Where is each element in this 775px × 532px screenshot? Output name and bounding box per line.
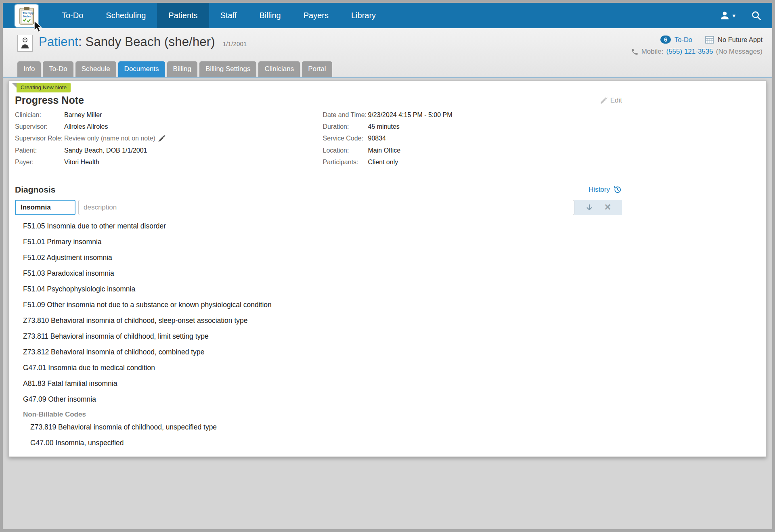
- history-clock-icon: [613, 185, 622, 194]
- patient-tabs: Info To-Do Schedule Documents Billing Bi…: [17, 61, 762, 77]
- field-payer: Payer: Vitori Health: [15, 158, 323, 166]
- badge-label: Creating New Note: [17, 83, 71, 92]
- signature-not-on-note-icon: [158, 135, 165, 142]
- tab-todo[interactable]: To-Do: [43, 61, 73, 77]
- field-supervisor-role: Supervisor Role: Review only (name not o…: [15, 134, 323, 142]
- diagnosis-result[interactable]: G47.09 Other insomnia: [9, 392, 766, 407]
- nav-item-payers[interactable]: Payers: [292, 3, 340, 28]
- nav-item-patients[interactable]: Patients: [157, 3, 209, 28]
- field-duration: Duration: 45 minutes: [323, 123, 622, 130]
- diagnosis-result[interactable]: F51.05 Insomnia due to other mental diso…: [9, 218, 766, 234]
- tab-schedule[interactable]: Schedule: [75, 61, 116, 77]
- edit-pencil-icon: [600, 96, 608, 105]
- nav-item-scheduling[interactable]: Scheduling: [94, 3, 157, 28]
- patient-name: : Sandy Beach (she/her): [78, 35, 215, 49]
- top-nav: Therapy Notes To-Do Scheduling Patients …: [3, 3, 772, 28]
- remove-diagnosis-icon[interactable]: ×: [605, 202, 611, 213]
- diagnosis-result[interactable]: G47.01 Insomnia due to medical condition: [9, 360, 766, 376]
- diagnosis-section-title: Diagnosis: [15, 185, 55, 195]
- diagnosis-result-non-billable[interactable]: Z73.819 Behavioral insomnia of childhood…: [9, 419, 766, 435]
- diagnosis-result-non-billable[interactable]: G47.00 Insomnia, unspecified: [9, 435, 766, 451]
- patient-title-label: Patient: [39, 35, 78, 49]
- field-participants: Participants: Client only: [323, 158, 622, 166]
- app-window: Therapy Notes To-Do Scheduling Patients …: [3, 3, 772, 529]
- tab-portal[interactable]: Portal: [302, 61, 332, 77]
- mobile-number-link[interactable]: (555) 121-3535: [666, 48, 713, 56]
- nav-right: ▾: [719, 3, 762, 28]
- diagnosis-result[interactable]: Z73.810 Behavioral insomnia of childhood…: [9, 313, 766, 329]
- supervisor-role-value: Review only (name not on note): [64, 134, 155, 142]
- field-patient: Patient: Sandy Beach, DOB 1/1/2001: [15, 147, 323, 154]
- user-icon: [719, 10, 730, 21]
- nav-item-staff[interactable]: Staff: [209, 3, 248, 28]
- main-nav: To-Do Scheduling Patients Staff Billing …: [50, 3, 387, 28]
- diagnosis-row-actions: ×: [574, 200, 622, 215]
- mobile-label: Mobile:: [641, 48, 664, 56]
- no-future-appt-label: No Future Appt: [718, 36, 762, 44]
- field-date-time: Date and Time: 9/23/2024 4:15 PM - 5:00 …: [323, 111, 622, 119]
- tab-documents[interactable]: Documents: [118, 61, 165, 77]
- edit-label: Edit: [610, 96, 622, 105]
- logo-text-2: Notes: [23, 15, 31, 18]
- field-service-code: Service Code: 90834: [323, 134, 622, 142]
- field-clinician: Clinician: Barney Miller: [15, 111, 323, 119]
- note-summary-fields: Clinician: Barney Miller Supervisor: All…: [9, 106, 622, 166]
- patient-header-summary: 6 To-Do No Future Appt: [631, 35, 762, 56]
- diagnosis-result[interactable]: F51.02 Adjustment insomnia: [9, 250, 766, 266]
- diagnosis-code-input[interactable]: [15, 200, 75, 215]
- tab-billing-settings[interactable]: Billing Settings: [199, 61, 257, 77]
- calendar-icon: [705, 36, 714, 44]
- move-down-icon[interactable]: [585, 203, 593, 212]
- diagnosis-result[interactable]: F51.01 Primary insomnia: [9, 234, 766, 250]
- page-title: Patient: Sandy Beach (she/her) 1/1/2001: [39, 35, 247, 49]
- tab-billing[interactable]: Billing: [167, 61, 197, 77]
- tab-clinicians[interactable]: Clinicians: [258, 61, 300, 77]
- creating-new-note-badge: Creating New Note: [12, 83, 71, 92]
- diagnosis-description-input[interactable]: [78, 200, 574, 215]
- search-button[interactable]: [751, 10, 762, 21]
- diagnosis-result[interactable]: F51.03 Paradoxical insomnia: [9, 266, 766, 281]
- phone-icon: [631, 48, 639, 56]
- progress-note-card: Creating New Note Progress Note Edit Cli…: [8, 80, 767, 457]
- app-logo[interactable]: Therapy Notes: [15, 4, 38, 27]
- diagnosis-result[interactable]: Z73.812 Behavioral insomnia of childhood…: [9, 344, 766, 360]
- search-icon: [751, 10, 762, 21]
- edit-button[interactable]: Edit: [600, 96, 622, 105]
- patient-avatar-icon: [20, 37, 30, 49]
- chevron-down-icon: ▾: [732, 12, 735, 19]
- patient-dob: 1/1/2001: [223, 40, 247, 47]
- history-label: History: [589, 186, 610, 194]
- todo-link[interactable]: To-Do: [674, 36, 692, 44]
- mouse-cursor-icon: [33, 21, 43, 33]
- main-content: Creating New Note Progress Note Edit Cli…: [3, 77, 772, 457]
- field-location: Location: Main Office: [323, 147, 622, 154]
- account-menu-button[interactable]: ▾: [719, 10, 735, 21]
- nav-item-billing[interactable]: Billing: [248, 3, 292, 28]
- mobile-messages-status: (No Messages): [716, 48, 762, 56]
- diagnosis-result[interactable]: Z73.811 Behavioral insomnia of childhood…: [9, 329, 766, 344]
- diagnosis-result[interactable]: F51.04 Psychophysiologic insomnia: [9, 281, 766, 297]
- history-link[interactable]: History: [589, 185, 622, 194]
- diagnosis-result[interactable]: F51.09 Other insomnia not due to a subst…: [9, 297, 766, 313]
- logo-text-1: Therapy: [23, 12, 34, 15]
- note-title: Progress Note: [15, 94, 84, 106]
- diagnosis-entry-row: ×: [9, 200, 622, 215]
- todo-count-badge: 6: [660, 36, 671, 44]
- diagnosis-results-dropdown: F51.05 Insomnia due to other mental diso…: [9, 215, 766, 451]
- nav-item-todo[interactable]: To-Do: [50, 3, 94, 28]
- patient-avatar: [17, 35, 33, 52]
- tab-info[interactable]: Info: [17, 61, 41, 77]
- non-billable-codes-header: Non-Billable Codes: [9, 407, 766, 419]
- field-supervisor: Supervisor: Allroles Allroles: [15, 123, 323, 130]
- badge-fold-corner: [12, 83, 17, 88]
- patient-header: Patient: Sandy Beach (she/her) 1/1/2001 …: [3, 28, 772, 77]
- diagnosis-result[interactable]: A81.83 Fatal familial insomnia: [9, 376, 766, 392]
- nav-item-library[interactable]: Library: [340, 3, 387, 28]
